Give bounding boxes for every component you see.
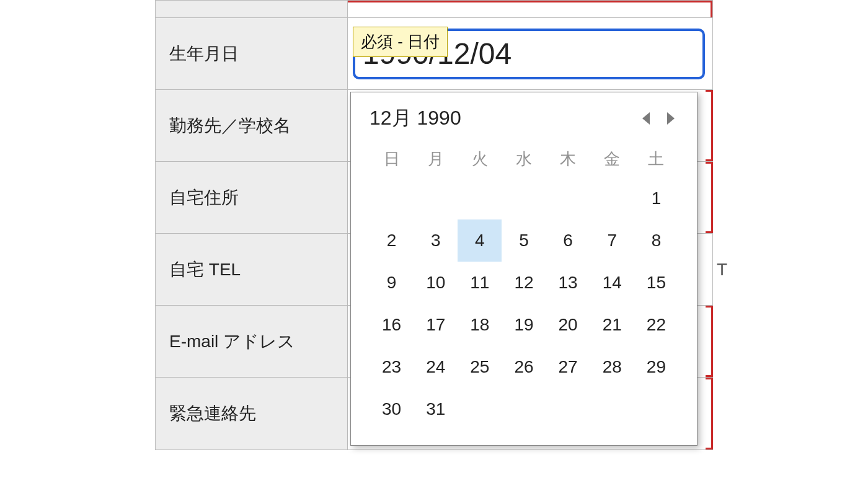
calendar-day[interactable]: 27 xyxy=(546,346,590,388)
calendar-day[interactable]: 25 xyxy=(458,346,502,388)
weekday-header: 月 xyxy=(414,141,458,177)
calendar-day[interactable]: 8 xyxy=(634,219,678,262)
form-label-workplace: 勤務先／学校名 xyxy=(156,90,348,161)
calendar-day[interactable]: 11 xyxy=(458,262,502,304)
weekday-header: 水 xyxy=(502,141,546,177)
calendar-day[interactable]: 30 xyxy=(370,388,414,430)
tel-hint-text: T xyxy=(717,260,727,280)
calendar-day[interactable]: 22 xyxy=(634,304,678,346)
form-label-partial xyxy=(156,1,348,17)
calendar-blank xyxy=(502,177,546,219)
weekday-header: 日 xyxy=(370,141,414,177)
datepicker-header: 12月 1990 xyxy=(370,105,678,132)
calendar-day[interactable]: 16 xyxy=(370,304,414,346)
calendar-day[interactable]: 10 xyxy=(414,262,458,304)
datepicker-nav xyxy=(639,109,678,128)
calendar-day[interactable]: 13 xyxy=(546,262,590,304)
calendar-day[interactable]: 17 xyxy=(414,304,458,346)
datepicker-grid: 日月火水木金土123456789101112131415161718192021… xyxy=(370,141,678,430)
calendar-day[interactable]: 29 xyxy=(634,346,678,388)
calendar-blank xyxy=(414,177,458,219)
form-label-birthdate: 生年月日 xyxy=(156,18,348,89)
calendar-blank xyxy=(458,177,502,219)
chevron-left-icon xyxy=(641,111,652,126)
calendar-day[interactable]: 7 xyxy=(590,219,634,262)
calendar-day[interactable]: 3 xyxy=(414,219,458,262)
weekday-header: 土 xyxy=(634,141,678,177)
weekday-header: 火 xyxy=(458,141,502,177)
required-edge xyxy=(706,378,713,450)
form-label-tel: 自宅 TEL xyxy=(156,234,348,305)
form-label-email: E-mail アドレス xyxy=(156,306,348,377)
calendar-day[interactable]: 1 xyxy=(634,177,678,219)
weekday-header: 木 xyxy=(546,141,590,177)
calendar-day[interactable]: 18 xyxy=(458,304,502,346)
calendar-day[interactable]: 31 xyxy=(414,388,458,430)
form-label-emergency: 緊急連絡先 xyxy=(156,378,348,450)
form-input-cell-partial xyxy=(348,1,712,17)
svg-marker-1 xyxy=(667,112,675,125)
datepicker-title[interactable]: 12月 1990 xyxy=(370,105,461,132)
next-month-button[interactable] xyxy=(662,109,678,128)
calendar-day[interactable]: 4 xyxy=(458,219,502,262)
datepicker-popup: 12月 1990 日月火水木金土123456789101112131415161… xyxy=(350,92,698,446)
calendar-day[interactable]: 19 xyxy=(502,304,546,346)
calendar-day[interactable]: 15 xyxy=(634,262,678,304)
calendar-day[interactable]: 21 xyxy=(590,304,634,346)
chevron-right-icon xyxy=(665,111,676,126)
calendar-day[interactable]: 2 xyxy=(370,219,414,262)
calendar-blank xyxy=(370,177,414,219)
svg-marker-0 xyxy=(642,112,650,125)
weekday-header: 金 xyxy=(590,141,634,177)
calendar-day[interactable]: 28 xyxy=(590,346,634,388)
calendar-day[interactable]: 12 xyxy=(502,262,546,304)
calendar-blank xyxy=(590,177,634,219)
calendar-day[interactable]: 14 xyxy=(590,262,634,304)
calendar-day[interactable]: 26 xyxy=(502,346,546,388)
calendar-day[interactable]: 5 xyxy=(502,219,546,262)
calendar-day[interactable]: 6 xyxy=(546,219,590,262)
calendar-day[interactable]: 9 xyxy=(370,262,414,304)
required-edge xyxy=(706,306,713,377)
calendar-blank xyxy=(546,177,590,219)
prev-month-button[interactable] xyxy=(639,109,655,128)
validation-badge: 必須 - 日付 xyxy=(353,27,448,57)
required-edge xyxy=(706,90,713,161)
required-edge xyxy=(706,162,713,233)
calendar-day[interactable]: 24 xyxy=(414,346,458,388)
calendar-day[interactable]: 20 xyxy=(546,304,590,346)
form-row-top-partial xyxy=(156,1,712,18)
form-label-address: 自宅住所 xyxy=(156,162,348,233)
calendar-day[interactable]: 23 xyxy=(370,346,414,388)
